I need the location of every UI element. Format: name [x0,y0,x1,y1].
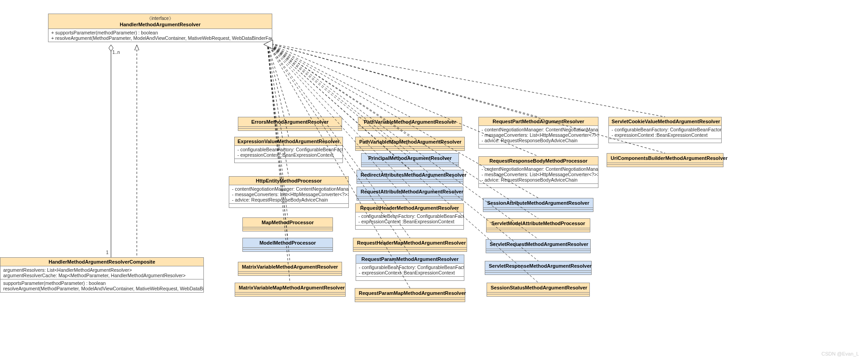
class-sessstatus: SessionStatusMethodArgumentResolver [487,283,590,297]
class-matrixvar: MatrixVariableMethodArgumentResolver [238,262,342,276]
class-name: RequestHeaderMapMethodArgumentResolver [353,238,467,248]
attrs: - contentNegotiationManager: ContentNego… [479,126,598,144]
class-reqattr: RequestAttributeMethodArgumentResolver [357,187,463,201]
class-cookie: ServletCookieValueMethodArgumentResolver… [608,117,722,143]
class-expression: ExpressionValueMethodArgumentResolver - … [234,137,343,163]
class-name: PathVariableMethodArgumentResolver [358,117,462,127]
class-reqpart: RequestPartMethodArgumentResolver - cont… [478,117,598,149]
svg-line-9 [267,43,410,117]
composite-title: HandlerMethodArgumentResolverComposite [0,258,203,266]
class-reqresp: RequestResponseBodyMethodProcessor - con… [478,156,598,188]
interface-ops: + supportsParameter(methodParameter) : b… [48,29,272,42]
svg-line-25 [267,43,665,117]
class-httpentity: HttpEntityMethodProcessor - contentNegot… [229,176,349,208]
cardinality-bottom: 1 [106,250,109,255]
attr-cache: argumentResolverCache: Map<MethodParamet… [3,273,201,278]
class-name: ServletRequestMethodArgumentResolver [486,240,590,249]
class-uricomp: UriComponentsBuilderMethodArgumentResolv… [607,153,723,167]
class-name: SessionAttributeMethodArgumentResolver [483,198,593,208]
class-reqparammap: RequestParamMapMethodArgumentResolver [355,288,465,302]
attrs: - configurableBeanFactory: ConfigurableB… [356,264,464,277]
op-resolve: resolveArgument(MethodParameter, ModelAn… [3,286,201,291]
class-reqparam: RequestParamMethodArgumentResolver - con… [356,255,464,281]
watermark: CSDN @Evan_L [821,351,859,356]
svg-line-2 [267,43,290,117]
class-name: MatrixVariableMapMethodArgumentResolver [235,283,345,293]
class-name: ModelMethodProcessor [243,238,333,248]
class-principal: PrincipalMethodArgumentResolver [361,153,459,167]
attrs: - contentNegotiationManager: ContentNego… [229,185,348,204]
composite-name: HandlerMethodArgumentResolverComposite [3,259,201,265]
attrs: - configurableBeanFactory: ConfigurableB… [235,146,342,159]
interface-title: 《interface》 HandlerMethodArgumentResolve… [48,14,272,29]
class-pathvar: PathVariableMethodArgumentResolver [358,117,462,131]
class-name: RedirectAttributesMethodArgumentResolver [357,170,463,180]
class-name: RequestPartMethodArgumentResolver [482,119,595,124]
composite-class-box: HandlerMethodArgumentResolverComposite a… [0,257,204,293]
class-name: MatrixVariableMethodArgumentResolver [238,262,342,272]
class-servletreq: ServletRequestMethodArgumentResolver [486,239,591,253]
class-name: HttpEntityMethodProcessor [232,178,346,183]
class-name: ServletCookieValueMethodArgumentResolver [612,119,719,124]
op-supports: + supportsParameter(methodParameter) : b… [51,30,269,35]
class-name: RequestHeaderMethodArgumentResolver [358,205,461,211]
interface-name: HandlerMethodArgumentResolver [51,22,269,27]
attrs: - configurableBeanFactory: ConfigurableB… [356,212,463,226]
composite-ops: supportsParameter(methodParameter) : boo… [0,279,203,292]
class-name: ExpressionValueMethodArgumentResolver [237,139,340,144]
class-matrixvarmap: MatrixVariableMapMethodArgumentResolver [235,283,346,297]
class-errors: ErrorsMethodArgumentResolver [238,117,342,131]
class-name: UriComponentsBuilderMethodArgumentResolv… [607,154,723,163]
class-reqheadermap: RequestHeaderMapMethodArgumentResolver [353,238,467,252]
cardinality-top: 1..n [112,50,120,55]
class-redirect: RedirectAttributesMethodArgumentResolver [357,170,463,184]
svg-line-18 [267,43,538,117]
class-map: MapMethodProcessor [242,217,333,231]
op-resolve: + resolveArgument(MethodParameter, Model… [51,35,269,41]
class-servletmodelattr: ServletModelAttributeMethodProcessor [486,218,590,232]
class-name: ServletModelAttributeMethodProcessor [487,219,590,228]
class-name: SessionStatusMethodArgumentResolver [487,283,589,293]
class-model: ModelMethodProcessor [242,238,333,252]
class-name: MapMethodProcessor [243,218,333,227]
class-sessattr: SessionAttributeMethodArgumentResolver [483,198,593,212]
class-pathvarmap: PathVariableMapMethodArgumentResolver [355,137,465,151]
op-supports: supportsParameter(methodParameter) : boo… [3,280,201,286]
class-name: RequestAttributeMethodArgumentResolver [357,187,463,197]
stereotype-label: 《interface》 [51,15,269,22]
class-name: PrincipalMethodArgumentResolver [362,154,458,163]
class-name: RequestParamMethodArgumentResolver [359,256,461,262]
class-name: RequestResponseBodyMethodProcessor [482,158,595,164]
class-name: RequestParamMapMethodArgumentResolver [355,289,465,298]
class-name: ServletResponseMethodArgumentResolver [485,261,591,271]
class-name: ErrorsMethodArgumentResolver [238,117,342,127]
attr-resolvers: argumentResolvers: List<HandlerMethodArg… [3,267,201,273]
class-reqheader: RequestHeaderMethodArgumentResolver - co… [355,203,464,230]
composite-attrs: argumentResolvers: List<HandlerMethodArg… [0,266,203,279]
interface-class-box: 《interface》 HandlerMethodArgumentResolve… [48,14,272,42]
attrs: - contentNegotiationManager: ContentNego… [479,165,598,184]
class-servletresp: ServletResponseMethodArgumentResolver [485,261,592,275]
class-name: PathVariableMapMethodArgumentResolver [356,137,464,147]
attrs: - configurableBeanFactory: ConfigurableB… [609,126,721,139]
